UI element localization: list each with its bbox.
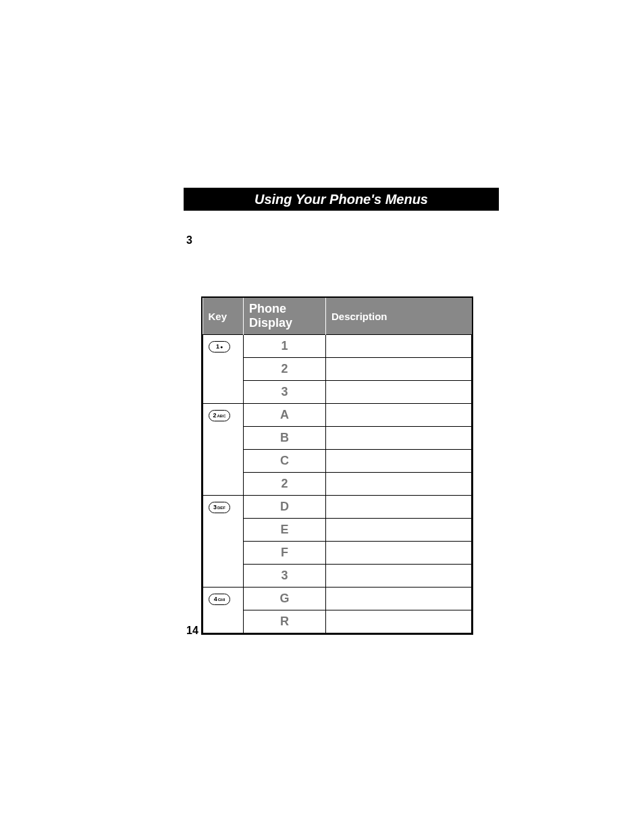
table-row: B [203,427,472,450]
display-cell: 2 [244,358,326,381]
table-row: 3 [203,381,472,404]
description-cell [326,358,472,381]
description-cell [326,473,472,496]
table-row: 2ABCA [203,404,472,427]
description-cell [326,404,472,427]
key-cell: 1● [203,335,244,404]
table-row: R [203,610,472,633]
description-cell [326,496,472,519]
header-key: Key [203,298,244,335]
phone-key-icon: 3DEF [209,502,230,513]
description-cell [326,335,472,358]
description-cell [326,542,472,565]
phone-key-icon: 1● [209,341,230,353]
display-cell: 3 [244,565,326,588]
display-cell: G [244,588,326,610]
description-cell [326,610,472,633]
table-row: 3DEFD [203,496,472,519]
key-cell: 3DEF [203,496,244,588]
table-row: 2 [203,473,472,496]
description-cell [326,565,472,588]
description-cell [326,427,472,450]
phone-key-icon: 4GHI [209,594,230,605]
table-row: F [203,542,472,565]
description-cell [326,450,472,473]
table-row: 2 [203,358,472,381]
display-cell: A [244,404,326,427]
table-row: E [203,519,472,542]
display-cell: 3 [244,381,326,404]
display-cell: 1 [244,335,326,358]
key-cell: 2ABC [203,404,244,496]
table-row: 1●1 [203,335,472,358]
table-header-row: Key Phone Display Description [203,298,472,335]
display-cell: R [244,610,326,633]
key-display-table: Key Phone Display Description 1●1232ABCA… [201,296,473,635]
display-cell: B [244,427,326,450]
display-cell: F [244,542,326,565]
display-cell: 2 [244,473,326,496]
display-cell: C [244,450,326,473]
table-row: C [203,450,472,473]
key-cell: 4GHI [203,588,244,633]
page-number: 14 [186,625,198,637]
table-row: 3 [203,565,472,588]
description-cell [326,519,472,542]
description-cell [326,381,472,404]
description-cell [326,588,472,610]
table-row: 4GHIG [203,588,472,610]
header-display: Phone Display [244,298,326,335]
phone-key-icon: 2ABC [209,410,230,421]
display-cell: D [244,496,326,519]
section-number: 3 [186,234,192,246]
header-desc: Description [326,298,472,335]
page-banner: Using Your Phone's Menus [184,188,499,211]
display-cell: E [244,519,326,542]
